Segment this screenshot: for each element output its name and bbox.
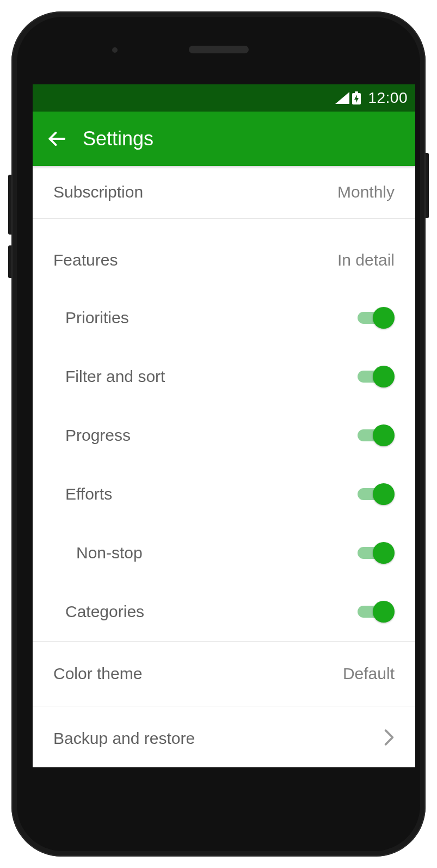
status-bar: 12:00 (33, 84, 415, 112)
toggle-priorities[interactable] (358, 307, 395, 329)
toggle-categories[interactable] (358, 601, 395, 623)
page-title: Settings (83, 127, 153, 150)
feature-label: Filter and sort (65, 367, 165, 386)
feature-row-priorities: Priorities (33, 288, 415, 347)
screen: 12:00 Settings Subscription Monthly F (33, 84, 415, 767)
spacer (33, 219, 415, 232)
switch-thumb (373, 542, 395, 564)
settings-list[interactable]: Subscription Monthly Features In detail … (33, 166, 415, 767)
feature-label: Priorities (65, 309, 129, 327)
arrow-left-icon (46, 128, 67, 149)
feature-label: Categories (65, 602, 144, 621)
switch-thumb (373, 483, 395, 505)
color-theme-label: Color theme (53, 664, 142, 683)
subscription-label: Subscription (53, 183, 143, 201)
feature-row-efforts: Efforts (33, 465, 415, 524)
toggle-nonstop[interactable] (358, 542, 395, 564)
phone-frame: 12:00 Settings Subscription Monthly F (11, 11, 426, 857)
color-theme-row[interactable]: Color theme Default (33, 642, 415, 706)
status-icons (335, 91, 361, 104)
toggle-filter-sort[interactable] (358, 366, 395, 387)
subscription-value: Monthly (337, 183, 395, 201)
volume-up-button (8, 175, 11, 235)
feature-label: Progress (65, 426, 131, 445)
feature-row-categories: Categories (33, 582, 415, 641)
feature-row-progress: Progress (33, 406, 415, 465)
cell-signal-icon (335, 92, 349, 104)
features-header-row[interactable]: Features In detail (33, 232, 415, 288)
app-bar: Settings (33, 112, 415, 166)
switch-thumb (373, 366, 395, 387)
feature-row-filter-sort: Filter and sort (33, 347, 415, 406)
volume-down-button (8, 245, 11, 278)
subscription-row[interactable]: Subscription Monthly (33, 166, 415, 218)
switch-thumb (373, 424, 395, 446)
svg-rect-1 (355, 91, 358, 93)
feature-row-nonstop: Non-stop (33, 524, 415, 582)
phone-sensor (112, 47, 118, 53)
switch-thumb (373, 307, 395, 329)
features-header-label: Features (53, 251, 118, 269)
switch-thumb (373, 601, 395, 623)
battery-charging-icon (352, 91, 361, 104)
status-time: 12:00 (368, 89, 408, 107)
toggle-efforts[interactable] (358, 483, 395, 505)
feature-label: Efforts (65, 485, 112, 503)
toggle-progress[interactable] (358, 424, 395, 446)
feature-label: Non-stop (76, 544, 143, 562)
backup-restore-label: Backup and restore (53, 729, 195, 748)
phone-speaker (189, 46, 249, 53)
color-theme-value: Default (343, 664, 395, 683)
backup-restore-row[interactable]: Backup and restore (33, 706, 415, 767)
power-button (426, 153, 429, 218)
features-header-value: In detail (337, 251, 395, 269)
back-button[interactable] (42, 125, 71, 153)
chevron-right-icon (384, 729, 395, 748)
